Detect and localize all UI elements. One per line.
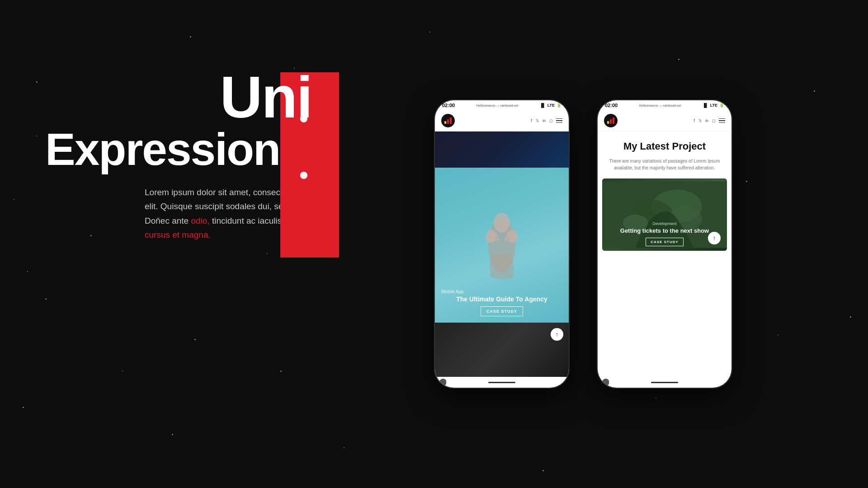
facebook-icon-2: f: [693, 118, 695, 123]
star-0: [190, 36, 191, 38]
phone2-social-icons: f 𝕏 in ◻: [693, 118, 725, 123]
bar2-2: [610, 119, 612, 124]
bar1: [444, 121, 446, 124]
phone2-card-title: Getting tickets to the next show: [607, 227, 722, 234]
phone1-case-study-button[interactable]: CASE STUDY: [481, 306, 523, 316]
lte-icon: LTE: [547, 103, 555, 108]
phone2-logo: [604, 114, 618, 127]
facebook-icon: f: [531, 118, 532, 123]
left-section: Uni Expression Lorem ipsum dolor sit ame…: [45, 68, 339, 242]
phone2-project-card: Development Getting tickets to the next …: [602, 178, 727, 251]
phones-section: 02:00 Небезопасно — rainbowit.net ▐▌ LTE…: [298, 0, 868, 488]
phone1-project-card: Mobile App The Ultimate Guide To Agency …: [435, 168, 569, 323]
title-line2: Expression: [45, 127, 339, 172]
phone1-bottom-card: ↑: [435, 323, 569, 377]
phone2-status-bar: 02:00 Небезопасно — rainbowit.net ▐▌ LTE…: [598, 100, 731, 110]
star-9: [172, 434, 173, 435]
phone2-hero-title: My Latest Project: [605, 141, 724, 152]
phone1-social-icons: f 𝕏 in ◻: [531, 118, 562, 123]
phone1-card-title: The Ultimate Guide To Agency: [441, 296, 562, 303]
phone1-top-image: [435, 131, 569, 168]
star-8: [23, 407, 24, 408]
phone2-status-icons: ▐▌ LTE 🔋: [703, 103, 724, 108]
star-20: [36, 136, 37, 136]
twitter-icon-2: 𝕏: [698, 118, 702, 123]
star-7: [122, 371, 123, 371]
star-19: [27, 271, 28, 272]
phone1-url: Небезопасно — rainbowit.net: [476, 104, 518, 107]
moon-icon: [439, 379, 447, 386]
hamburger-line-1-2: [719, 118, 725, 119]
hamburger-line-1: [556, 118, 562, 119]
bar2: [447, 119, 449, 124]
phone2-bottom-bar: [598, 377, 731, 388]
phone1-status-bar: 02:00 Небезопасно — rainbowit.net ▐▌ LTE…: [435, 100, 569, 110]
phone1-time: 02:00: [442, 103, 455, 108]
signal-icon-2: ▐▌: [703, 103, 708, 108]
lte-icon-2: LTE: [710, 103, 717, 108]
linkedin-icon-2: in: [705, 118, 708, 123]
red-word-3: et magna.: [172, 230, 211, 239]
hamburger-menu-icon[interactable]: [556, 118, 562, 123]
phone2-nav: f 𝕏 in ◻: [598, 110, 731, 131]
twitter-icon: 𝕏: [536, 118, 539, 123]
phone-2: 02:00 Небезопасно — rainbowit.net ▐▌ LTE…: [597, 99, 732, 389]
hamburger-menu-icon-2[interactable]: [719, 118, 725, 123]
phone2-card-label: Development: [607, 221, 722, 226]
star-5: [45, 298, 47, 300]
moon-icon-2: [602, 379, 609, 386]
linkedin-icon: in: [542, 118, 546, 123]
bar-chart-icon-2: [607, 117, 614, 124]
signal-icon: ▐▌: [540, 103, 546, 108]
phone2-case-study-button[interactable]: CASE STUDY: [646, 238, 684, 246]
hand-svg: [479, 209, 524, 282]
phone2-url: Небезопасно — rainbowit.net: [639, 104, 681, 107]
phone1-nav: f 𝕏 in ◻: [435, 110, 569, 131]
bar1-2: [607, 121, 609, 124]
hamburger-line-2-2: [719, 120, 725, 121]
instagram-icon-2: ◻: [712, 118, 715, 123]
battery-icon-2: 🔋: [719, 103, 724, 108]
star-6: [194, 339, 196, 340]
svg-point-1: [494, 213, 510, 233]
title-block: Uni Expression: [45, 68, 339, 172]
star-12: [280, 371, 282, 372]
phone2-time: 02:00: [605, 103, 618, 108]
phone1-card-label: Mobile App: [441, 289, 562, 294]
phone2-content: My Latest Project There are many variati…: [598, 131, 731, 377]
star-3: [14, 199, 14, 200]
bar-chart-icon: [444, 117, 452, 124]
phone1-content: Mobile App The Ultimate Guide To Agency …: [435, 131, 569, 377]
dot-decoration-bottom: [300, 172, 307, 179]
dot-decoration-top: [300, 115, 307, 122]
battery-icon: 🔋: [557, 103, 561, 108]
title-text: Uni Expression: [45, 68, 339, 172]
red-word-2: cursus: [145, 230, 170, 239]
phone1-bottom-bar: [435, 377, 569, 388]
phone2-hero-body: There are many variations of passages of…: [605, 158, 724, 171]
phone1-scroll-up-button[interactable]: ↑: [551, 328, 563, 341]
instagram-icon: ◻: [549, 118, 552, 123]
phone1-logo: [441, 114, 455, 127]
star-21: [267, 253, 268, 254]
phone2-home-indicator: [651, 382, 678, 383]
bar3-2: [613, 117, 614, 124]
star-1: [36, 81, 38, 83]
red-word-1: odio,: [191, 216, 209, 225]
phone2-hero-section: My Latest Project There are many variati…: [598, 131, 731, 178]
bar3: [450, 117, 452, 124]
phone1-status-icons: ▐▌ LTE 🔋: [540, 103, 561, 108]
title-line1: Uni: [45, 68, 339, 127]
phone-1: 02:00 Небезопасно — rainbowit.net ▐▌ LTE…: [434, 99, 570, 389]
hamburger-line-3-2: [719, 122, 725, 123]
phone1-home-indicator: [488, 382, 515, 383]
hamburger-line-2: [556, 120, 562, 121]
hamburger-line-3: [556, 122, 562, 123]
